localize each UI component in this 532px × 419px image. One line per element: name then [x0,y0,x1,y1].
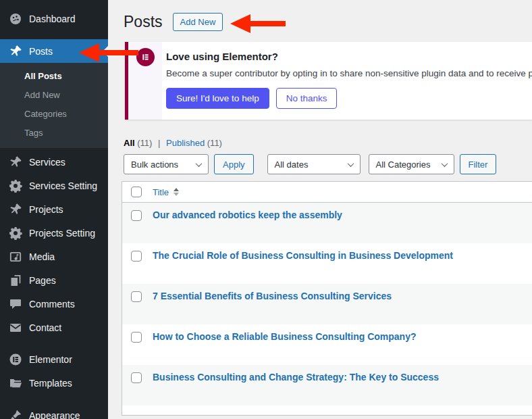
sidebar-separator [0,339,108,347]
post-title-link[interactable]: 7 Essential Benefits of Business Consult… [153,291,392,302]
post-title-link[interactable]: How to Choose a Reliable Business Consul… [153,331,417,343]
all-categories-select[interactable]: All Categories [369,154,454,174]
pin-icon [9,203,22,216]
sidebar-item-projects-setting[interactable]: Projects Setting [0,221,108,245]
all-categories-value: All Categories [376,159,431,170]
sidebar-item-media[interactable]: Media [0,245,108,268]
submenu-item-all-posts[interactable]: All Posts [0,66,108,85]
sidebar-separator [0,395,108,403]
all-dates-value: All dates [275,159,309,170]
envelope-icon [9,321,22,335]
elementor-icon [9,353,22,366]
view-published-count: (11) [207,138,222,148]
sidebar-item-label: Media [29,251,55,262]
sidebar-item-posts[interactable]: Posts [0,39,108,63]
main-content: Posts Add New Love using Elementor? Beco… [108,0,532,419]
all-dates-select[interactable]: All dates [267,154,361,174]
sidebar-item-label: Services Setting [29,180,97,191]
submenu-item-tags[interactable]: Tags [0,123,108,142]
row-checkbox[interactable] [131,210,142,221]
row-checkbox[interactable] [131,291,142,302]
sidebar-item-label: Templates [29,378,72,389]
notice-content: Love using Elementor? Become a super con… [162,42,532,120]
paintbrush-icon [9,409,22,419]
table-row: The Crucial Role of Business Consulting … [122,243,532,284]
sidebar-item-label: Projects Setting [29,228,95,239]
table-row: Business Consulting and Change Strategy:… [122,365,532,405]
chevron-down-icon [196,160,203,167]
notice-accept-button[interactable]: Sure! I'd love to help [166,88,269,109]
post-title-link[interactable]: Business Consulting and Change Strategy:… [153,372,439,383]
table-row: Our advanced robotics keep the assembly [122,203,532,243]
sort-arrows-icon [174,188,179,196]
title-header-label: Title [153,187,169,197]
sidebar-item-label: Pages [29,275,56,286]
bulk-actions-select[interactable]: Bulk actions [124,154,209,174]
add-new-button[interactable]: Add New [173,13,223,31]
view-all-link[interactable]: All [124,138,135,148]
posts-table: Title Our advanced robotics keep the ass… [122,181,532,416]
notice-buttons: Sure! I'd love to help No thanks [166,88,525,109]
pin-icon [9,155,22,169]
title-column-header[interactable]: Title [153,187,179,197]
notice-body-text: Become a super contributor by opting in … [166,68,525,78]
chevron-down-icon [347,160,354,167]
sidebar-item-label: Posts [29,46,53,57]
post-views-filter: All (11) | Published (11) [124,138,532,148]
sidebar-item-templates[interactable]: Templates [0,371,108,395]
sidebar-item-services-setting[interactable]: Services Setting [0,174,108,197]
sidebar-item-elementor[interactable]: Elementor [0,347,108,371]
sidebar-item-label: Services [29,157,65,168]
gear-icon [9,179,22,193]
notice-title: Love using Elementor? [166,51,525,62]
view-published-link[interactable]: Published [166,138,205,148]
page-title: Posts [124,12,163,32]
table-row: 7 Essential Benefits of Business Consult… [122,284,532,324]
admin-sidebar: Dashboard Posts All Posts Add New Catego… [0,0,108,419]
table-row: How to Choose a Reliable Business Consul… [122,324,532,365]
sidebar-item-pages[interactable]: Pages [0,268,108,292]
row-checkbox[interactable] [131,251,142,262]
sidebar-item-dashboard[interactable]: Dashboard [0,7,108,30]
row-checkbox[interactable] [131,332,142,343]
post-title-link[interactable]: Our advanced robotics keep the assembly [153,210,342,221]
gear-icon [9,226,22,240]
page-header: Posts Add New [108,0,532,32]
sidebar-item-contact[interactable]: Contact [0,316,108,339]
view-all-count: (11) [137,138,152,148]
media-icon [9,250,22,264]
sidebar-item-label: Elementor [29,354,72,365]
notice-decline-button[interactable]: No thanks [276,88,338,109]
submenu-item-categories[interactable]: Categories [0,104,108,123]
pin-icon [9,45,22,58]
sidebar-item-label: Dashboard [29,14,76,24]
comment-bubble-icon [9,297,22,311]
notice-brand-strip [128,42,162,120]
sidebar-item-projects[interactable]: Projects [0,197,108,221]
chevron-down-icon [441,160,448,167]
sidebar-item-label: Projects [29,204,63,215]
sidebar-item-services[interactable]: Services [0,150,108,174]
view-separator: | [155,138,163,148]
sidebar-item-appearance[interactable]: Appearance [0,403,108,419]
sidebar-item-label: Appearance [29,410,80,419]
sidebar-separator [0,30,108,39]
post-title-link[interactable]: The Crucial Role of Business Consulting … [153,250,453,262]
submenu-item-add-new[interactable]: Add New [0,85,108,104]
dashboard-icon [9,12,22,26]
filter-button[interactable]: Filter [460,154,497,174]
sidebar-item-label: Comments [29,299,75,310]
folder-icon [9,376,22,390]
table-row [122,405,532,415]
table-actions-bar: Bulk actions Apply All dates All Categor… [124,154,532,174]
apply-button[interactable]: Apply [214,154,254,174]
select-all-checkbox[interactable] [131,187,142,197]
bulk-actions-value: Bulk actions [131,159,178,170]
sidebar-item-label: Contact [29,322,61,333]
row-checkbox[interactable] [131,372,142,383]
elementor-logo-icon [136,48,155,66]
posts-submenu: All Posts Add New Categories Tags [0,63,108,148]
pages-icon [9,274,22,287]
elementor-notice: Love using Elementor? Become a super con… [125,42,532,120]
sidebar-item-comments[interactable]: Comments [0,292,108,316]
